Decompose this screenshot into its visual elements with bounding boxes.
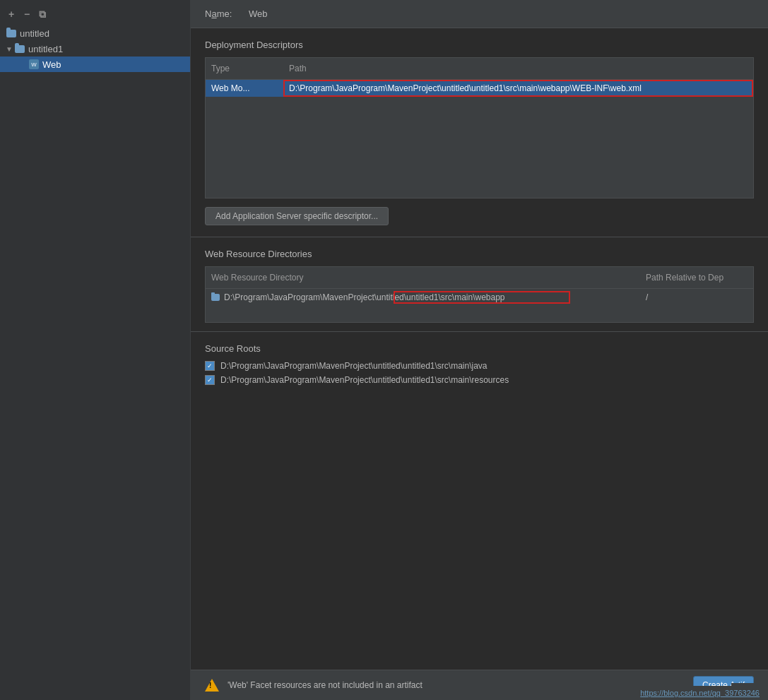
source-roots-header: Source Roots [205, 343, 754, 354]
deployment-section: Deployment Descriptors Type Path Web Mo.… [191, 28, 768, 237]
web-resource-table-container: Web Resource Directory Path Relative to … [205, 266, 754, 323]
web-icon [28, 59, 40, 70]
sidebar-item-label: untitled1 [28, 44, 63, 54]
remove-button[interactable]: − [21, 8, 33, 20]
scrollable-content: Name: Web Deployment Descriptors Type Pa… [191, 0, 768, 700]
status-bar: https://blog.csdn.net/qq_39763246 Off [731, 683, 768, 700]
sidebar-item-label: untitled [20, 28, 49, 39]
warning-text: 'Web' Facet resources are not included i… [228, 680, 685, 690]
web-resource-section: Web Resource Directories Web Resource Di… [191, 237, 768, 332]
deployment-table-row[interactable]: Web Mo... D:\Program\JavaProgram\MavenPr… [206, 80, 753, 97]
web-resource-table-header: Web Resource Directory Path Relative to … [206, 267, 753, 289]
sidebar-item-untitled1[interactable]: ▼ untitled1 [0, 41, 190, 57]
add-descriptor-button[interactable]: Add Application Server specific descript… [205, 207, 389, 225]
path-column-header: Path [283, 61, 753, 76]
path-cell: D:\Program\JavaProgram\MavenProject\unti… [283, 80, 753, 97]
add-button[interactable]: + [6, 8, 17, 20]
checkbox-2[interactable]: ✓ [205, 375, 215, 385]
wr-dir-cell: D:\Program\JavaProgram\MavenProject\unti… [206, 289, 640, 306]
name-value: Web [249, 8, 268, 19]
wr-dir-text: D:\Program\JavaProgram\MavenProject\unti… [224, 292, 505, 302]
wr-rel-cell: / [640, 289, 753, 306]
checkmark-2: ✓ [207, 376, 213, 384]
status-url[interactable]: https://blog.csdn.net/qq_39763246 [632, 686, 768, 700]
sidebar-item-untitled[interactable]: untitled [0, 25, 190, 41]
wr-folder-icon [211, 294, 220, 301]
folder-icon-2 [14, 43, 25, 54]
sidebar-toolbar: + − ⧉ [0, 6, 190, 25]
name-row: Name: Web [191, 0, 768, 28]
sidebar: + − ⧉ untitled ▼ untitled1 Web [0, 0, 191, 700]
source-root-path-2: D:\Program\JavaProgram\MavenProject\unti… [220, 375, 509, 385]
folder-icon [6, 28, 17, 39]
sidebar-item-label: Web [42, 59, 61, 70]
deployment-header: Deployment Descriptors [205, 40, 754, 50]
source-root-item-2[interactable]: ✓ D:\Program\JavaProgram\MavenProject\un… [205, 375, 754, 385]
deployment-table-header: Type Path [206, 58, 753, 80]
type-cell: Web Mo... [206, 80, 283, 97]
warning-icon [205, 679, 219, 692]
sidebar-item-web[interactable]: Web [0, 57, 190, 72]
copy-button[interactable]: ⧉ [37, 8, 48, 20]
deployment-table-container: Type Path Web Mo... D:\Program\JavaProgr… [205, 57, 754, 198]
web-resource-header: Web Resource Directories [205, 249, 754, 259]
checkbox-1[interactable]: ✓ [205, 361, 215, 371]
type-column-header: Type [206, 61, 283, 76]
arrow-icon: ▼ [6, 45, 13, 53]
main-panel: Name: Web Deployment Descriptors Type Pa… [191, 0, 768, 700]
wr-rel-column-header: Path Relative to Dep [640, 270, 753, 285]
wr-dir-column-header: Web Resource Directory [206, 270, 640, 285]
checkmark-1: ✓ [207, 362, 213, 369]
source-root-path-1: D:\Program\JavaProgram\MavenProject\unti… [220, 361, 488, 371]
name-label: Name: [205, 8, 240, 19]
source-roots-section: Source Roots ✓ D:\Program\JavaProgram\Ma… [191, 332, 768, 401]
web-resource-table-row[interactable]: D:\Program\JavaProgram\MavenProject\unti… [206, 289, 753, 306]
source-root-item-1[interactable]: ✓ D:\Program\JavaProgram\MavenProject\un… [205, 361, 754, 371]
